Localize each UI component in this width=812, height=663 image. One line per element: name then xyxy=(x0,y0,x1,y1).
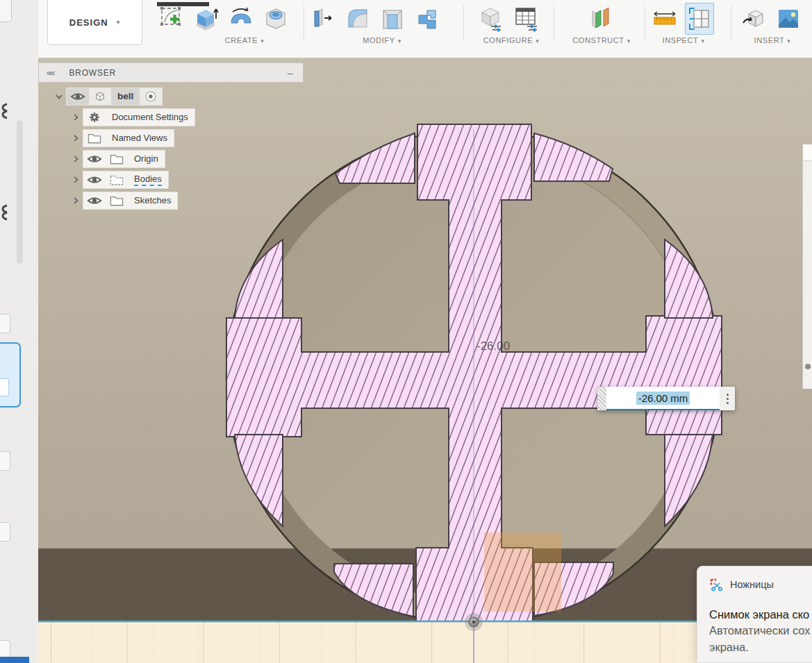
sketch-grid-major xyxy=(38,621,812,663)
configure-menu[interactable]: CONFIGURE▾ xyxy=(477,36,546,44)
create-sketch-button[interactable] xyxy=(157,3,186,35)
revolve-button[interactable] xyxy=(226,3,256,35)
notification-toast[interactable]: Ножницы Снимок экрана ско Автоматически … xyxy=(697,566,812,663)
canvas-dimension-label: -26.00 xyxy=(477,339,510,353)
origin-marker-dot xyxy=(472,621,475,623)
create-menu[interactable]: CREATE▾ xyxy=(157,36,332,44)
toolbar-group-construct: CONSTRUCT▾ xyxy=(584,3,616,56)
strip-active-item[interactable] xyxy=(0,342,21,408)
component-cube-icon xyxy=(89,88,111,105)
main-toolbar: DESIGN ▾ xyxy=(38,0,812,58)
browser-title: BROWSER xyxy=(69,68,116,78)
hole-button[interactable] xyxy=(261,3,290,35)
dialog-edge-dot xyxy=(805,364,811,369)
toast-body: Снимок экрана ско Автоматически сох экра… xyxy=(709,607,812,655)
visibility-eye-icon[interactable] xyxy=(83,151,106,167)
visibility-eye-icon[interactable] xyxy=(83,171,106,188)
widget-drag-handle[interactable] xyxy=(597,387,606,410)
browser-panel-header: «« BROWSER – xyxy=(38,62,304,83)
fillet-button[interactable] xyxy=(343,3,372,35)
chevron-right-icon[interactable] xyxy=(71,196,81,205)
toast-line: экрана. xyxy=(709,639,812,655)
strip-partial-button xyxy=(0,314,10,333)
chevron-right-icon[interactable] xyxy=(71,112,81,122)
workspace-label: DESIGN xyxy=(69,17,108,28)
strip-blue-bar xyxy=(0,657,29,663)
browser-item-document-settings[interactable]: Document Settings xyxy=(71,108,195,126)
toolbar-group-create: CREATE▾ xyxy=(157,3,332,56)
toolbar-divider xyxy=(645,6,645,40)
toolbar-divider xyxy=(554,6,554,40)
toast-line: Автоматически сох xyxy=(709,623,812,639)
toolbar-divider xyxy=(463,6,464,40)
browser-item-label[interactable]: Named Views xyxy=(106,130,174,146)
dialog-edge-header xyxy=(803,144,812,161)
measure-button[interactable] xyxy=(650,3,679,35)
strip-glyph-icon xyxy=(1,204,10,222)
browser-item-root[interactable]: bell xyxy=(54,87,163,106)
modify-menu[interactable]: MODIFY▾ xyxy=(308,36,456,44)
chevron-down-icon[interactable] xyxy=(54,92,64,101)
browser-item-bodies[interactable]: Bodies xyxy=(71,170,169,189)
toolbar-divider xyxy=(731,6,731,40)
toolbar-group-insert: INSERT▾ xyxy=(739,3,806,56)
fusion360-window: -26.00 DESIGN ▾ xyxy=(0,0,812,663)
browser-item-sketches[interactable]: Sketches xyxy=(71,191,178,210)
gear-icon xyxy=(83,109,106,126)
chevron-right-icon[interactable] xyxy=(71,175,81,185)
toolbar-group-configure: CONFIGURE▾ xyxy=(477,3,546,56)
browser-item-label[interactable]: Bodies xyxy=(128,171,168,188)
minimize-panel-icon[interactable]: – xyxy=(288,67,293,78)
insert-derive-button[interactable] xyxy=(739,3,768,35)
chevron-right-icon[interactable] xyxy=(71,133,81,143)
strip-glyph-icon xyxy=(1,103,10,121)
dimension-value: -26.00 mm xyxy=(636,392,690,405)
dimension-input[interactable]: -26.00 mm xyxy=(606,387,720,410)
insert-canvas-button[interactable] xyxy=(774,3,803,35)
toast-app-name: Ножницы xyxy=(730,579,774,590)
section-analysis-button[interactable] xyxy=(685,3,714,35)
visibility-eye-icon[interactable] xyxy=(83,192,106,209)
toolbar-group-modify: MODIFY▾ xyxy=(308,3,456,56)
browser-item-named-views[interactable]: Named Views xyxy=(71,128,174,147)
workspace-switcher[interactable]: DESIGN ▾ xyxy=(47,0,142,45)
configuration-table-button[interactable] xyxy=(511,3,540,35)
dimension-input-widget: -26.00 mm xyxy=(597,387,735,410)
browser-item-label[interactable]: Origin xyxy=(128,151,165,167)
strip-active-inner xyxy=(0,378,9,396)
chevron-right-icon[interactable] xyxy=(71,154,81,164)
overflow-menu-icon[interactable] xyxy=(720,387,735,410)
strip-partial-button xyxy=(0,0,12,22)
press-pull-button[interactable] xyxy=(308,3,338,35)
snipping-tool-icon xyxy=(709,578,723,591)
component-name[interactable]: bell xyxy=(111,88,140,105)
left-edge-strip xyxy=(0,0,38,663)
folder-icon xyxy=(83,130,106,146)
strip-partial-button xyxy=(0,522,10,542)
visibility-eye-icon[interactable] xyxy=(67,88,89,105)
toolbar-group-inspect: INSPECT▾ xyxy=(650,3,717,56)
insert-menu[interactable]: INSERT▾ xyxy=(739,36,806,44)
selection-highlight xyxy=(484,532,561,612)
folder-icon xyxy=(106,192,128,209)
construct-menu[interactable]: CONSTRUCT▾ xyxy=(563,36,640,44)
offset-plane-button[interactable] xyxy=(584,3,613,35)
browser-item-label[interactable]: Document Settings xyxy=(106,109,194,126)
chevron-down-icon: ▾ xyxy=(117,19,121,26)
folder-icon xyxy=(106,151,128,167)
dialog-edge-sliver xyxy=(802,144,812,389)
browser-item-label[interactable]: Sketches xyxy=(128,192,177,209)
collapse-panel-icon[interactable]: «« xyxy=(47,67,53,78)
folder-icon xyxy=(106,171,128,188)
inspect-menu[interactable]: INSPECT▾ xyxy=(650,36,717,44)
strip-partial-button xyxy=(0,451,10,471)
strip-scrollbar-thumb[interactable] xyxy=(17,120,23,264)
combine-button[interactable] xyxy=(413,3,442,35)
browser-item-origin[interactable]: Origin xyxy=(71,149,165,168)
toast-line: Снимок экрана ско xyxy=(709,607,812,623)
activate-component-radio[interactable] xyxy=(140,88,162,105)
extrude-button[interactable] xyxy=(192,3,221,35)
shell-button[interactable] xyxy=(378,3,407,35)
configure-feature-button[interactable] xyxy=(477,3,506,35)
toolbar-divider xyxy=(304,6,304,40)
